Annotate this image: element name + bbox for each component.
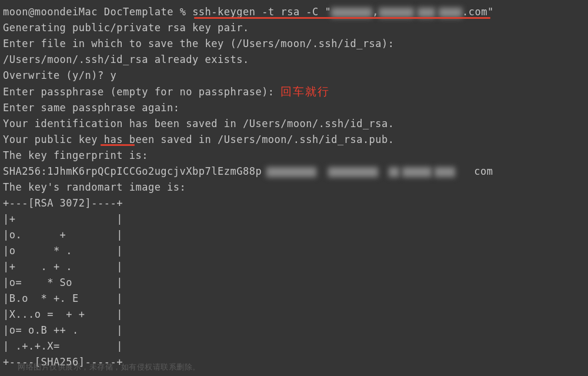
sha256-prefix: SHA256:1JhmK6rpQCpICCGo2ugcjvXbp7lEzmG88… (3, 165, 262, 177)
randomart-line: |B.o * +. E | (3, 291, 585, 307)
output-line-overwrite: Overwrite (y/n)? y (3, 68, 585, 84)
randomart-line: |o= * So | (3, 275, 585, 291)
output-line: /Users/moon/.ssh/id_rsa already exists. (3, 52, 585, 68)
overwrite-text: Overwrite (y/n)? y (3, 69, 116, 81)
randomart-line: +---[RSA 3072]----+ (3, 195, 585, 211)
output-line: Generating public/private rsa key pair. (3, 20, 585, 36)
randomart-line: |o * . | (3, 243, 585, 259)
output-line: Enter same passphrase again: (3, 100, 585, 116)
output-line: The key's randomart image is: (3, 179, 585, 195)
output-line: Your identification has been saved in /U… (3, 116, 585, 132)
redacted-sha (266, 167, 316, 177)
randomart-line: | .+.+.X= | (3, 338, 585, 354)
command-part2: .com" (462, 6, 494, 18)
randomart-line: |o= o.B ++ . | (3, 322, 585, 338)
output-line: Your public key has been saved in /Users… (3, 132, 585, 148)
prompt-symbol: % (180, 6, 186, 18)
randomart-line: |+ | (3, 211, 585, 227)
redacted-sha (328, 167, 378, 177)
annotation-underline-yn (101, 144, 135, 146)
prompt-user-host: moon@moondeiMac (3, 6, 98, 18)
redacted-email-part (417, 8, 435, 18)
annotation-text: 回车就行 (280, 85, 330, 98)
redacted-email-part (439, 8, 462, 18)
output-line: Enter file in which to save the key (/Us… (3, 36, 585, 52)
output-line-passphrase: Enter passphrase (empty for no passphras… (3, 84, 585, 100)
redacted-sha (435, 167, 455, 177)
randomart-line: |X...o = + + | (3, 307, 585, 322)
randomart-line: |+ . + . | (3, 259, 585, 275)
passphrase-prompt: Enter passphrase (empty for no passphras… (3, 86, 280, 98)
watermark-text: 网络图片仅供展示，未存储，如有侵权请联系删除。 (18, 359, 201, 375)
redacted-sha (389, 167, 399, 177)
annotation-underline-command (194, 17, 490, 19)
randomart-line: |o. + | (3, 227, 585, 243)
output-line-fingerprint: SHA256:1JhmK6rpQCpICCGo2ugcjvXbp7lEzmG88… (3, 164, 585, 179)
redacted-sha (402, 167, 432, 177)
redacted-email-part (379, 8, 414, 18)
sha256-suffix: com (474, 165, 493, 177)
terminal-output[interactable]: moon@moondeiMac DocTemplate % ssh-keygen… (3, 4, 585, 370)
output-line: The key fingerprint is: (3, 148, 585, 164)
prompt-line: moon@moondeiMac DocTemplate % ssh-keygen… (3, 4, 585, 20)
command-part1: ssh-keygen -t rsa -C " (192, 6, 331, 18)
prompt-dir: DocTemplate (104, 6, 173, 18)
redacted-email-part (331, 8, 372, 18)
